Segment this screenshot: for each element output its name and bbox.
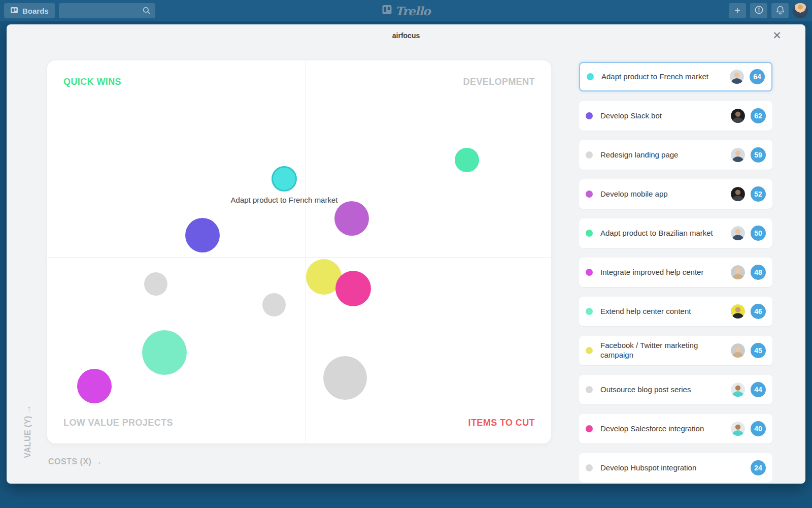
item-label: Outsource blog post series — [600, 385, 731, 395]
list-item[interactable]: Develop Slack bot 62 — [579, 101, 772, 131]
avatar — [731, 265, 745, 279]
trello-topbar: Boards Trello + — [0, 0, 812, 21]
item-color-dot — [586, 112, 593, 119]
priority-chart: QUICK WINS DEVELOPMENT LOW VALUE PROJECT… — [47, 60, 551, 443]
boards-icon — [10, 6, 18, 16]
list-item[interactable]: Facebook / Twitter marketing campaign 45 — [579, 336, 772, 365]
item-label: Develop Hubspot integration — [600, 463, 751, 473]
trello-logo: Trello — [382, 0, 430, 21]
item-label: Integrate improved help center — [600, 268, 731, 277]
info-icon — [754, 5, 764, 16]
list-item[interactable]: Develop mobile app 52 — [579, 179, 772, 209]
airfocus-modal: airfocus ✕ QUICK WINS DEVELOPMENT LOW VA… — [7, 24, 805, 484]
trello-logo-icon — [382, 5, 392, 17]
x-axis-label: COSTS (X) → — [48, 457, 103, 466]
item-label: Adapt product to Brazilian market — [600, 229, 731, 238]
bubble-label: Adapt product to French market — [231, 196, 338, 204]
list-item[interactable]: Develop Salesforce integration 40 — [579, 414, 772, 443]
list-item[interactable]: Integrate improved help center 48 — [579, 258, 772, 287]
avatar — [731, 187, 745, 201]
topbar-left-group: Boards — [4, 3, 155, 18]
bubble-layer: Adapt product to French market — [47, 60, 551, 443]
notifications-button[interactable] — [771, 3, 789, 18]
search-icon[interactable] — [142, 6, 151, 17]
user-avatar[interactable] — [793, 3, 808, 18]
modal-header: airfocus ✕ — [7, 24, 805, 47]
avatar — [731, 422, 745, 436]
item-color-dot — [586, 190, 593, 198]
score-badge: 50 — [751, 226, 766, 241]
item-color-dot — [586, 308, 593, 315]
modal-title: airfocus — [392, 31, 420, 40]
item-color-dot — [586, 151, 593, 158]
item-color-dot — [586, 464, 593, 471]
avatar — [731, 109, 745, 123]
avatar — [730, 70, 744, 84]
close-icon[interactable]: ✕ — [771, 29, 783, 42]
chart-bubble[interactable] — [144, 272, 167, 296]
score-badge: 40 — [751, 421, 766, 436]
boards-button[interactable]: Boards — [4, 3, 55, 18]
item-label: Adapt product to French market — [601, 72, 730, 82]
avatar — [731, 226, 745, 240]
item-color-dot — [586, 425, 593, 432]
avatar — [731, 304, 745, 319]
chart-bubble[interactable] — [142, 330, 187, 375]
chart-bubble[interactable] — [272, 166, 297, 192]
score-badge: 52 — [751, 186, 766, 202]
chart-bubble[interactable] — [323, 356, 367, 400]
score-badge: 48 — [751, 265, 766, 280]
chart-bubble[interactable] — [262, 293, 286, 316]
chart-bubble[interactable] — [334, 201, 369, 236]
info-button[interactable] — [750, 3, 767, 18]
add-button[interactable]: + — [729, 3, 746, 18]
bell-icon — [775, 5, 785, 16]
avatar — [731, 343, 745, 358]
list-item[interactable]: Adapt product to Brazilian market 50 — [579, 218, 772, 248]
avatar — [731, 383, 745, 397]
item-label: Redesign landing page — [600, 150, 731, 160]
items-sidebar: Adapt product to French market 64 Develo… — [579, 62, 772, 484]
score-badge: 24 — [751, 460, 766, 475]
list-item[interactable]: Develop Hubspot integration 24 — [579, 453, 772, 483]
item-color-dot — [586, 386, 593, 393]
score-badge: 59 — [751, 147, 766, 163]
item-color-dot — [586, 230, 593, 237]
list-item[interactable]: Outsource blog post series 44 — [579, 375, 772, 404]
topbar-right-group: + — [729, 3, 808, 18]
item-color-dot — [586, 269, 593, 276]
list-item[interactable]: Adapt product to French market 64 — [579, 62, 772, 91]
list-item[interactable]: Redesign landing page 59 — [579, 140, 772, 170]
avatar — [731, 148, 745, 162]
list-item[interactable]: Extend help center content 46 — [579, 297, 772, 326]
item-label: Develop Salesforce integration — [600, 424, 731, 434]
item-color-dot — [587, 73, 594, 80]
search-box[interactable] — [59, 3, 155, 18]
item-label: Facebook / Twitter marketing campaign — [600, 341, 731, 360]
score-badge: 44 — [751, 382, 766, 397]
chart-bubble[interactable] — [335, 271, 371, 306]
item-color-dot — [586, 347, 593, 354]
score-badge: 64 — [750, 69, 765, 84]
trello-logo-text: Trello — [395, 4, 430, 18]
boards-label: Boards — [22, 7, 49, 15]
chart-bubble[interactable] — [455, 148, 479, 172]
score-badge: 46 — [751, 304, 766, 319]
search-input[interactable] — [59, 3, 155, 18]
item-label: Develop Slack bot — [600, 111, 731, 121]
chart-bubble[interactable] — [77, 369, 112, 403]
item-label: Extend help center content — [600, 307, 731, 316]
item-label: Develop mobile app — [600, 189, 731, 199]
score-badge: 45 — [751, 343, 766, 358]
score-badge: 62 — [751, 108, 766, 123]
plus-icon: + — [734, 6, 740, 16]
chart-bubble[interactable] — [185, 218, 220, 252]
y-axis-label: VALUE (Y) → — [23, 380, 32, 482]
